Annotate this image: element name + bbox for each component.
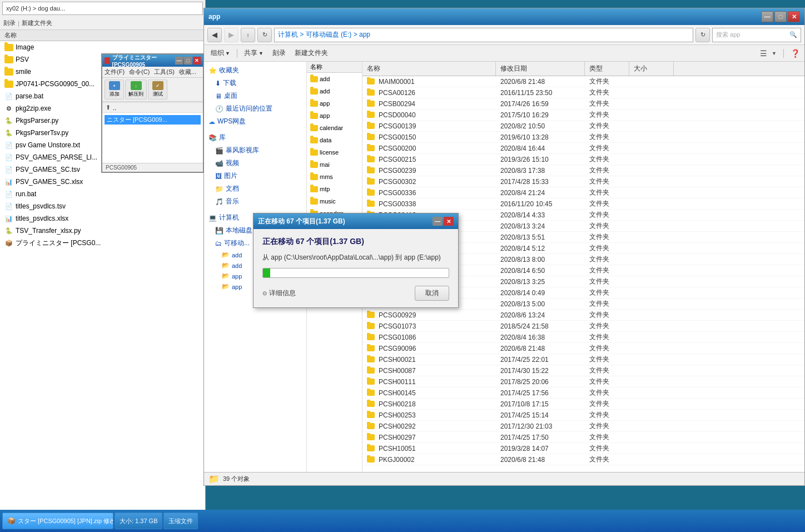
- table-row[interactable]: PCSH00021 2017/4/25 22:01 文件夹: [362, 354, 804, 365]
- new-folder-button[interactable]: 新建文件夹: [22, 19, 52, 27]
- table-row[interactable]: PCSG90096 2020/6/8 21:48 文件夹: [362, 343, 804, 354]
- winrar-menu-file[interactable]: 文件(F): [105, 68, 125, 76]
- minimize-button[interactable]: —: [761, 11, 773, 22]
- name-header[interactable]: 名称: [362, 62, 496, 76]
- table-row[interactable]: PCSA00126 2016/11/15 23:50 文件夹: [362, 87, 804, 98]
- forward-button[interactable]: ▶: [224, 28, 238, 42]
- subfolder-item[interactable]: add: [307, 73, 362, 85]
- new-folder-main-button[interactable]: 新建文件夹: [292, 47, 330, 59]
- subfolder-item[interactable]: mtp: [307, 183, 362, 195]
- taskbar-item-3[interactable]: 玉缩文件: [163, 513, 198, 529]
- subfolder-item[interactable]: license: [307, 146, 362, 158]
- winrar-list-item[interactable]: ニスター [PCSG009...: [105, 115, 201, 125]
- burn-button[interactable]: 刻录: [3, 19, 16, 27]
- name-col-header[interactable]: 名称: [4, 31, 17, 39]
- subfolder-item[interactable]: data: [307, 134, 362, 146]
- left-breadcrumb[interactable]: xy02 (H:) > dog dau...: [2, 2, 203, 15]
- table-row[interactable]: PCSG00338 2016/11/20 10:45 文件夹: [362, 198, 804, 210]
- nav-docs[interactable]: 📁 文档: [204, 182, 306, 195]
- winrar-add-button[interactable]: + 添加: [105, 79, 124, 100]
- taskbar-item-1[interactable]: 📦 スター [PCSG00905] [JPN].zip 修改日期: 2020/8…: [2, 513, 113, 529]
- search-bar[interactable]: 搜索 app 🔍: [712, 28, 801, 42]
- subfolder-item[interactable]: mms: [307, 171, 362, 183]
- table-row[interactable]: PCSB00294 2017/4/26 16:59 文件夹: [362, 98, 804, 110]
- help-icon[interactable]: ❓: [791, 49, 800, 58]
- winrar-maximize[interactable]: □: [184, 57, 192, 64]
- refresh-button[interactable]: ↻: [257, 28, 272, 42]
- table-row[interactable]: PCSG00239 2020/8/3 17:38 文件夹: [362, 165, 804, 176]
- winrar-menu-fav[interactable]: 收藏...: [179, 68, 196, 76]
- size-header[interactable]: 大小: [629, 62, 674, 76]
- table-row[interactable]: PCSG01073 2018/5/24 21:58 文件夹: [362, 321, 804, 332]
- subfolder-item[interactable]: app: [307, 97, 362, 110]
- list-item[interactable]: 📊 titles_psvdlcs.xlsx: [0, 212, 205, 225]
- table-row[interactable]: PCSH10051 2019/3/28 14:07 文件夹: [362, 443, 804, 454]
- winrar-menu-cmd[interactable]: 命令(C): [129, 68, 150, 76]
- subfolder-item[interactable]: calendar: [307, 122, 362, 134]
- table-row[interactable]: PCSH00145 2017/4/25 17:56 文件夹: [362, 387, 804, 399]
- cancel-button[interactable]: 取消: [415, 286, 449, 301]
- nav-wps[interactable]: ☁ WPS网盘: [204, 115, 306, 128]
- nav-library[interactable]: 📚 库: [204, 131, 306, 144]
- progress-minimize-button[interactable]: —: [433, 217, 443, 226]
- list-item[interactable]: 📦 プライミニスター [PCSG0...: [0, 237, 205, 249]
- nav-music[interactable]: 🎵 音乐: [204, 195, 306, 208]
- nav-recent[interactable]: 🕐 最近访问的位置: [204, 102, 306, 115]
- table-row[interactable]: PCSH00111 2017/8/25 20:06 文件夹: [362, 376, 804, 387]
- winrar-test-button[interactable]: ✓ 测试: [148, 79, 167, 100]
- winrar-close[interactable]: ✕: [193, 57, 201, 64]
- subfolder-item[interactable]: mai: [307, 158, 362, 171]
- close-button[interactable]: ✕: [788, 11, 800, 22]
- winrar-up-item[interactable]: ⬆ ..: [102, 103, 203, 113]
- winrar-extract-button[interactable]: ↓ 解压到: [125, 79, 147, 100]
- table-row[interactable]: PCSG00200 2020/8/4 16:44 文件夹: [362, 143, 804, 154]
- table-row[interactable]: PCSD00040 2017/5/10 16:29 文件夹: [362, 110, 804, 121]
- table-row[interactable]: PCSG00215 2019/3/26 15:10 文件夹: [362, 154, 804, 165]
- nav-pictures[interactable]: 🖼 图片: [204, 170, 306, 182]
- organize-button[interactable]: 组织 ▼: [208, 47, 232, 59]
- table-row[interactable]: PCSG00139 2020/8/2 10:50 文件夹: [362, 121, 804, 132]
- up-button[interactable]: ↑: [241, 28, 255, 42]
- list-item[interactable]: 📄 run.bat: [0, 188, 205, 200]
- address-bar[interactable]: 计算机 > 可移动磁盘 (E:) > app: [274, 28, 693, 42]
- nav-desktop[interactable]: 🖥 桌面: [204, 90, 306, 102]
- subfolder-item[interactable]: music: [307, 195, 362, 207]
- winrar-minimize[interactable]: —: [175, 57, 183, 64]
- table-row[interactable]: PCSG00302 2017/4/28 15:33 文件夹: [362, 176, 804, 187]
- nav-favorites[interactable]: ⭐ 收藏夹: [204, 64, 306, 77]
- view-toggle-icon[interactable]: ▼: [772, 51, 777, 56]
- table-row[interactable]: PCSG00150 2019/6/10 13:28 文件夹: [362, 132, 804, 143]
- list-item[interactable]: Image: [0, 41, 205, 53]
- type-header[interactable]: 类型: [585, 62, 629, 76]
- table-row[interactable]: MAIM00001 2020/6/8 21:48 文件夹: [362, 76, 804, 87]
- nav-video-lib[interactable]: 🎬 暴风影视库: [204, 144, 306, 157]
- back-button[interactable]: ◀: [207, 28, 222, 42]
- table-row[interactable]: PCSH00292 2017/12/30 21:03 文件夹: [362, 421, 804, 432]
- subfolder-item[interactable]: app: [307, 110, 362, 122]
- list-item[interactable]: 🐍 TSV_Transfer_xlsx.py: [0, 225, 205, 237]
- subfolder-item[interactable]: add: [307, 85, 362, 97]
- table-row[interactable]: PCSH00297 2017/4/25 17:50 文件夹: [362, 432, 804, 443]
- list-item[interactable]: 📄 titles_psvdlcs.tsv: [0, 200, 205, 212]
- taskbar-item-2[interactable]: 大小: 1.37 GB: [115, 513, 162, 529]
- table-row[interactable]: PCSG01086 2020/8/4 16:38 文件夹: [362, 332, 804, 343]
- table-row[interactable]: PCSH00218 2017/10/8 17:15 文件夹: [362, 399, 804, 410]
- table-row[interactable]: PKGJ00002 2020/6/8 21:48 文件夹: [362, 454, 804, 465]
- table-row[interactable]: PCSH00253 2017/4/25 15:14 文件夹: [362, 410, 804, 421]
- table-row[interactable]: PCSG00929 2020/8/6 13:24 文件夹: [362, 310, 804, 321]
- progress-close-button[interactable]: ✕: [444, 217, 454, 226]
- winrar-menu-tools[interactable]: 工具(S): [154, 68, 175, 76]
- burn-main-button[interactable]: 刻录: [270, 47, 288, 59]
- view-icon[interactable]: ☰: [760, 49, 767, 58]
- maximize-button[interactable]: □: [774, 11, 787, 22]
- refresh-addr-button[interactable]: ↻: [695, 28, 710, 42]
- table-row[interactable]: PCSH00087 2017/4/30 15:22 文件夹: [362, 365, 804, 376]
- nav-video[interactable]: 📹 视频: [204, 157, 306, 170]
- separator-view: [783, 49, 784, 58]
- date-header[interactable]: 修改日期: [496, 62, 585, 76]
- share-button[interactable]: 共享 ▼: [242, 47, 266, 59]
- details-toggle[interactable]: ⊙ 详细信息: [262, 289, 296, 298]
- nav-download[interactable]: ⬇ 下载: [204, 77, 306, 90]
- table-row[interactable]: PCSG00336 2020/8/4 21:24 文件夹: [362, 187, 804, 198]
- list-item[interactable]: 📊 PSV_GAMES_SC.xlsx: [0, 176, 205, 188]
